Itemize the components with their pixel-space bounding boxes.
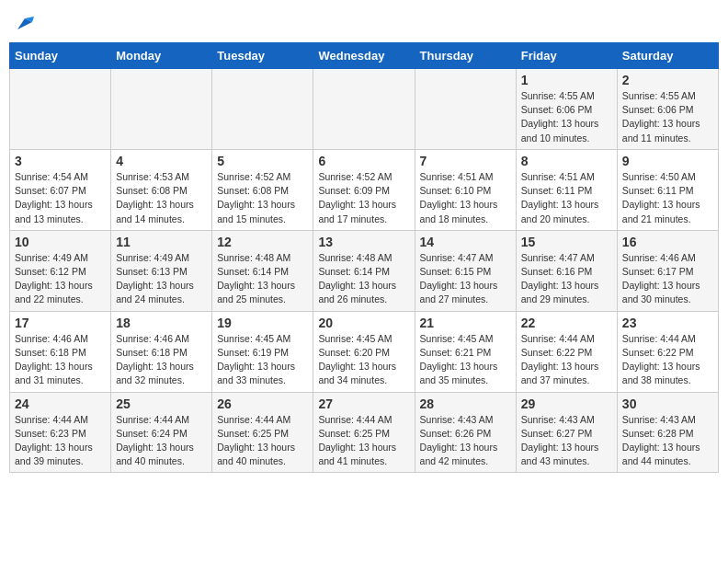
day-info: Sunrise: 4:45 AM Sunset: 6:19 PM Dayligh… [217,332,308,388]
week-row-2: 3Sunrise: 4:54 AM Sunset: 6:07 PM Daylig… [10,149,719,230]
day-info: Sunrise: 4:53 AM Sunset: 6:08 PM Dayligh… [116,170,207,226]
day-number: 23 [622,316,713,330]
calendar-body: 1Sunrise: 4:55 AM Sunset: 6:06 PM Daylig… [10,69,719,473]
column-header-saturday: Saturday [617,43,718,69]
day-number: 7 [420,154,511,168]
day-info: Sunrise: 4:50 AM Sunset: 6:11 PM Dayligh… [622,170,713,226]
day-cell: 9Sunrise: 4:50 AM Sunset: 6:11 PM Daylig… [617,149,718,230]
day-number: 27 [318,396,409,411]
day-cell: 27Sunrise: 4:44 AM Sunset: 6:25 PM Dayli… [313,392,415,473]
day-info: Sunrise: 4:44 AM Sunset: 6:22 PM Dayligh… [521,332,612,388]
day-info: Sunrise: 4:45 AM Sunset: 6:21 PM Dayligh… [420,332,511,388]
day-info: Sunrise: 4:51 AM Sunset: 6:10 PM Dayligh… [420,170,511,226]
day-info: Sunrise: 4:44 AM Sunset: 6:22 PM Dayligh… [622,332,713,388]
day-cell: 30Sunrise: 4:43 AM Sunset: 6:28 PM Dayli… [617,392,718,473]
day-cell: 26Sunrise: 4:44 AM Sunset: 6:25 PM Dayli… [212,392,313,473]
day-cell: 11Sunrise: 4:49 AM Sunset: 6:13 PM Dayli… [111,230,212,311]
day-cell: 15Sunrise: 4:47 AM Sunset: 6:16 PM Dayli… [516,230,617,311]
day-number: 20 [318,316,409,330]
day-cell: 16Sunrise: 4:46 AM Sunset: 6:17 PM Dayli… [617,230,718,311]
day-cell: 29Sunrise: 4:43 AM Sunset: 6:27 PM Dayli… [516,392,617,473]
day-number: 25 [116,396,207,411]
week-row-1: 1Sunrise: 4:55 AM Sunset: 6:06 PM Daylig… [10,69,719,150]
day-number: 29 [521,396,612,411]
day-cell: 17Sunrise: 4:46 AM Sunset: 6:18 PM Dayli… [10,311,111,392]
day-info: Sunrise: 4:46 AM Sunset: 6:17 PM Dayligh… [622,251,713,307]
column-header-monday: Monday [111,43,212,69]
day-number: 10 [15,235,106,249]
day-cell: 2Sunrise: 4:55 AM Sunset: 6:06 PM Daylig… [617,69,718,150]
day-cell: 5Sunrise: 4:52 AM Sunset: 6:08 PM Daylig… [212,149,313,230]
day-cell: 7Sunrise: 4:51 AM Sunset: 6:10 PM Daylig… [415,149,516,230]
day-cell: 24Sunrise: 4:44 AM Sunset: 6:23 PM Dayli… [10,392,111,473]
day-info: Sunrise: 4:51 AM Sunset: 6:11 PM Dayligh… [521,170,612,226]
day-cell: 22Sunrise: 4:44 AM Sunset: 6:22 PM Dayli… [516,311,617,392]
column-header-sunday: Sunday [10,43,111,69]
day-cell: 23Sunrise: 4:44 AM Sunset: 6:22 PM Dayli… [617,311,718,392]
day-info: Sunrise: 4:44 AM Sunset: 6:25 PM Dayligh… [217,413,308,469]
column-header-friday: Friday [516,43,617,69]
day-info: Sunrise: 4:44 AM Sunset: 6:24 PM Dayligh… [116,413,207,469]
day-number: 26 [217,396,308,411]
day-number: 4 [116,154,207,168]
day-number: 11 [116,235,207,249]
day-cell: 8Sunrise: 4:51 AM Sunset: 6:11 PM Daylig… [516,149,617,230]
day-info: Sunrise: 4:52 AM Sunset: 6:09 PM Dayligh… [318,170,409,226]
day-info: Sunrise: 4:47 AM Sunset: 6:15 PM Dayligh… [420,251,511,307]
day-number: 14 [420,235,511,249]
day-cell: 6Sunrise: 4:52 AM Sunset: 6:09 PM Daylig… [313,149,415,230]
week-row-3: 10Sunrise: 4:49 AM Sunset: 6:12 PM Dayli… [10,230,719,311]
day-info: Sunrise: 4:48 AM Sunset: 6:14 PM Dayligh… [318,251,409,307]
day-cell: 21Sunrise: 4:45 AM Sunset: 6:21 PM Dayli… [415,311,516,392]
page-header [9,9,719,35]
column-header-wednesday: Wednesday [313,43,415,69]
day-cell [10,69,111,150]
day-info: Sunrise: 4:44 AM Sunset: 6:25 PM Dayligh… [318,413,409,469]
column-header-tuesday: Tuesday [212,43,313,69]
day-cell: 20Sunrise: 4:45 AM Sunset: 6:20 PM Dayli… [313,311,415,392]
day-cell: 3Sunrise: 4:54 AM Sunset: 6:07 PM Daylig… [10,149,111,230]
day-number: 5 [217,154,308,168]
day-cell: 4Sunrise: 4:53 AM Sunset: 6:08 PM Daylig… [111,149,212,230]
day-info: Sunrise: 4:49 AM Sunset: 6:13 PM Dayligh… [116,251,207,307]
header-row: SundayMondayTuesdayWednesdayThursdayFrid… [10,43,719,69]
day-info: Sunrise: 4:54 AM Sunset: 6:07 PM Dayligh… [15,170,106,226]
day-number: 17 [15,316,106,330]
day-cell: 18Sunrise: 4:46 AM Sunset: 6:18 PM Dayli… [111,311,212,392]
day-number: 12 [217,235,308,249]
calendar-table: SundayMondayTuesdayWednesdayThursdayFrid… [9,42,719,473]
day-cell: 25Sunrise: 4:44 AM Sunset: 6:24 PM Dayli… [111,392,212,473]
day-number: 15 [521,235,612,249]
day-number: 22 [521,316,612,330]
day-number: 19 [217,316,308,330]
day-info: Sunrise: 4:48 AM Sunset: 6:14 PM Dayligh… [217,251,308,307]
day-number: 3 [15,154,106,168]
day-number: 9 [622,154,713,168]
day-number: 28 [420,396,511,411]
day-number: 18 [116,316,207,330]
day-number: 16 [622,235,713,249]
day-number: 13 [318,235,409,249]
week-row-5: 24Sunrise: 4:44 AM Sunset: 6:23 PM Dayli… [10,392,719,473]
day-info: Sunrise: 4:43 AM Sunset: 6:26 PM Dayligh… [420,413,511,469]
day-info: Sunrise: 4:49 AM Sunset: 6:12 PM Dayligh… [15,251,106,307]
day-info: Sunrise: 4:55 AM Sunset: 6:06 PM Dayligh… [622,89,713,145]
day-cell: 1Sunrise: 4:55 AM Sunset: 6:06 PM Daylig… [516,69,617,150]
week-row-4: 17Sunrise: 4:46 AM Sunset: 6:18 PM Dayli… [10,311,719,392]
day-info: Sunrise: 4:45 AM Sunset: 6:20 PM Dayligh… [318,332,409,388]
day-cell: 14Sunrise: 4:47 AM Sunset: 6:15 PM Dayli… [415,230,516,311]
day-number: 1 [521,73,612,87]
day-info: Sunrise: 4:52 AM Sunset: 6:08 PM Dayligh… [217,170,308,226]
day-number: 6 [318,154,409,168]
day-number: 30 [622,396,713,411]
day-info: Sunrise: 4:47 AM Sunset: 6:16 PM Dayligh… [521,251,612,307]
logo-bird-icon [14,13,36,35]
logo [13,13,36,35]
day-info: Sunrise: 4:55 AM Sunset: 6:06 PM Dayligh… [521,89,612,145]
day-info: Sunrise: 4:43 AM Sunset: 6:28 PM Dayligh… [622,413,713,469]
day-cell [313,69,415,150]
day-cell [212,69,313,150]
day-cell: 19Sunrise: 4:45 AM Sunset: 6:19 PM Dayli… [212,311,313,392]
day-info: Sunrise: 4:46 AM Sunset: 6:18 PM Dayligh… [15,332,106,388]
day-cell: 13Sunrise: 4:48 AM Sunset: 6:14 PM Dayli… [313,230,415,311]
